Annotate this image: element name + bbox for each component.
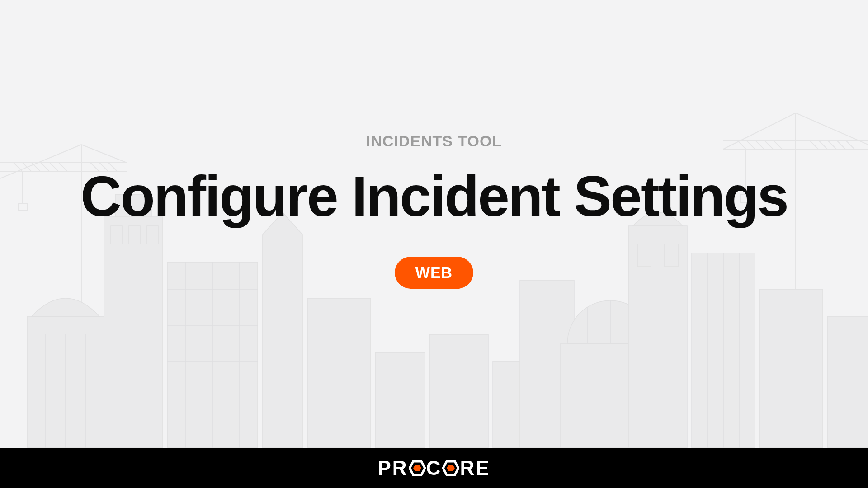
slide-content: INCIDENTS TOOL Configure Incident Settin… xyxy=(80,132,788,289)
svg-line-4 xyxy=(0,145,81,178)
eyebrow-text: INCIDENTS TOOL xyxy=(80,132,788,150)
svg-rect-66 xyxy=(375,352,425,448)
svg-marker-70 xyxy=(413,465,421,471)
svg-line-6 xyxy=(23,163,32,172)
logo-text-pr: PR xyxy=(377,457,408,479)
logo-text-re: RE xyxy=(460,457,490,479)
svg-line-10 xyxy=(59,163,68,172)
svg-rect-65 xyxy=(827,316,868,448)
footer-bar: PRCRE xyxy=(0,448,868,488)
main-slide-area: INCIDENTS TOOL Configure Incident Settin… xyxy=(0,0,868,448)
svg-marker-72 xyxy=(447,465,455,471)
svg-line-7 xyxy=(32,163,41,172)
svg-rect-15 xyxy=(18,203,27,210)
svg-rect-52 xyxy=(520,280,574,448)
svg-rect-33 xyxy=(27,316,104,448)
svg-line-27 xyxy=(818,140,827,149)
svg-line-9 xyxy=(50,163,59,172)
svg-rect-68 xyxy=(493,361,520,448)
svg-line-26 xyxy=(809,140,818,149)
svg-rect-53 xyxy=(561,343,660,448)
svg-line-8 xyxy=(41,163,50,172)
svg-rect-64 xyxy=(760,289,823,448)
procore-logo: PRCRE xyxy=(377,457,490,479)
svg-line-30 xyxy=(845,140,854,149)
logo-hexagon-icon xyxy=(442,460,459,477)
page-title: Configure Incident Settings xyxy=(80,168,788,225)
svg-line-5 xyxy=(14,163,23,172)
logo-text-c: C xyxy=(426,457,442,479)
logo-hexagon-icon xyxy=(409,460,426,477)
svg-line-20 xyxy=(796,113,868,145)
svg-line-29 xyxy=(836,140,845,149)
platform-badge: WEB xyxy=(395,257,473,289)
svg-rect-51 xyxy=(307,298,371,448)
svg-line-28 xyxy=(827,140,836,149)
svg-rect-42 xyxy=(167,262,258,448)
svg-rect-67 xyxy=(429,334,488,448)
